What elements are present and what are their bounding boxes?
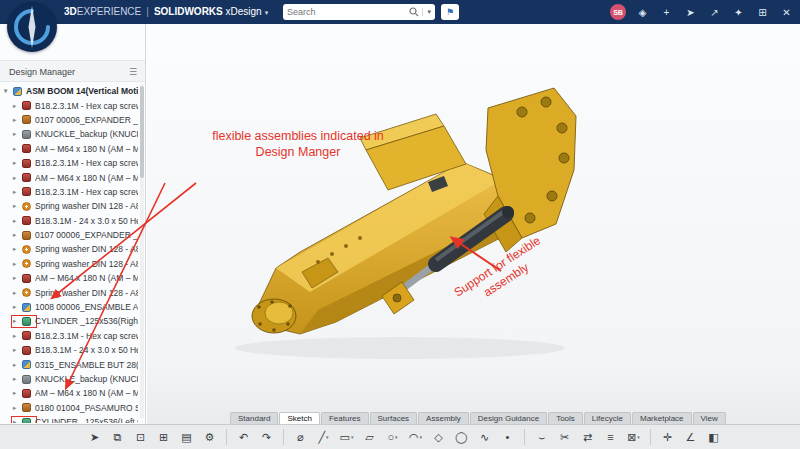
dropdown-caret-icon[interactable]: ▾ — [326, 434, 329, 440]
tree-item-label[interactable]: B18.3.1M - 24 x 3.0 x 50 Hex SH... — [35, 345, 138, 355]
user-avatar[interactable]: SB — [610, 4, 626, 20]
tree-item-label[interactable]: 0107 00006_EXPANDER _80x14... — [35, 115, 138, 125]
tree-item-label[interactable]: 1008 00006_ENSAMBLE ABRAZ... — [35, 302, 138, 312]
tree-item-label[interactable]: AM – M64 x 180 N (AM – M64 x... — [35, 273, 138, 283]
tree-item-label[interactable]: CYLINDER _125x536(Left side)(... — [35, 417, 138, 423]
3dexperience-logo[interactable] — [7, 2, 57, 52]
tree-item-label[interactable]: B18.2.3.1M - Hex cap screw, M8... — [35, 331, 138, 341]
tree-item-label[interactable]: Spring washer DIN 128 - A8 (Spri... — [35, 288, 138, 298]
tree-item[interactable]: ▸1008 00006_ENSAMBLE ABRAZ... — [3, 300, 138, 314]
tree-item[interactable]: ▸Spring washer DIN 128 - A8 (Spri... — [3, 242, 138, 256]
expand-icon[interactable]: ▸ — [13, 303, 22, 311]
tree-item-label[interactable]: AM – M64 x 180 N (AM – M64 x... — [35, 388, 138, 398]
tree-item[interactable]: ▸AM – M64 x 180 N (AM – M64 x... — [3, 271, 138, 285]
tree-item[interactable]: ▸B18.2.3.1M - Hex cap screw, M8... — [3, 156, 138, 170]
expand-icon[interactable]: ▸ — [13, 274, 22, 282]
construction-icon[interactable]: ✛ — [657, 428, 678, 447]
sparkle-icon[interactable]: ✦ — [731, 7, 746, 18]
arc-icon[interactable]: ◠▾ — [405, 428, 426, 447]
expand-icon[interactable]: ▸ — [13, 404, 22, 412]
dropdown-caret-icon[interactable]: ▾ — [395, 434, 398, 440]
tree-item[interactable]: ▸B18.2.3.1M - Hex cap screw, M8... — [3, 185, 138, 199]
fillet-icon[interactable]: ⌣ — [531, 428, 552, 447]
tree-item[interactable]: ▸B18.3.1M - 24 x 3.0 x 50 Hex SH... — [3, 214, 138, 228]
scrollbar-thumb[interactable] — [140, 86, 144, 178]
pattern-icon[interactable]: ⊠▾ — [623, 428, 644, 447]
expand-icon[interactable]: ▸ — [13, 317, 22, 325]
tree-item-label[interactable]: Spring washer DIN 128 - A8 (Spri... — [35, 244, 138, 254]
rectangle-icon[interactable]: ▭▾ — [336, 428, 357, 447]
tree-item-label[interactable]: 0107 00006_EXPANDER _80x1... — [35, 230, 138, 240]
expand-icon[interactable]: ▸ — [13, 260, 22, 268]
search-icon[interactable] — [409, 7, 419, 17]
grid-system-icon[interactable]: ⊞ — [153, 428, 174, 447]
line-icon[interactable]: ╱▾ — [313, 428, 334, 447]
trim-icon[interactable]: ✂ — [554, 428, 575, 447]
hamburger-menu-icon[interactable]: ☰ — [129, 61, 137, 83]
image-icon[interactable]: ▤ — [176, 428, 197, 447]
smart-dimension-icon[interactable]: ⌀ — [290, 428, 311, 447]
tree-item-label[interactable]: AM – M64 x 180 N (AM – M64 x... — [35, 173, 138, 183]
tree-item[interactable]: ▸KNUCKLE_backup (KNUCKLE_b... — [3, 372, 138, 386]
expand-icon[interactable]: ▸ — [13, 145, 22, 153]
spline-icon[interactable]: ∿ — [474, 428, 495, 447]
dropdown-caret-icon[interactable]: ▾ — [637, 434, 640, 440]
tree-item-label[interactable]: Spring washer DIN 128 - A8 (Spri... — [35, 201, 138, 211]
expand-icon[interactable]: ▸ — [13, 389, 22, 397]
tree-item-label[interactable]: AM – M64 x 180 N (AM – M64 x... — [35, 144, 138, 154]
tree-item[interactable]: ▸AM – M64 x 180 N (AM – M64 x... — [3, 386, 138, 400]
search-bar[interactable]: ▾ — [283, 4, 435, 20]
expand-icon[interactable]: ▸ — [13, 332, 22, 340]
tree-item-label[interactable]: CYLINDER _125x536(Right Side... — [35, 316, 138, 326]
close-icon[interactable]: ✕ — [779, 7, 794, 18]
ellipse-icon[interactable]: ◯ — [451, 428, 472, 447]
expand-icon[interactable]: ▸ — [13, 188, 22, 196]
expand-icon[interactable]: ▸ — [13, 102, 22, 110]
polygon-icon[interactable]: ◇ — [428, 428, 449, 447]
expand-icon[interactable]: ▸ — [13, 231, 22, 239]
add-icon[interactable]: + — [659, 7, 674, 18]
bookmark-icon[interactable]: ⚑ — [441, 4, 459, 20]
save-icon[interactable]: ⊡ — [130, 428, 151, 447]
tree-item-label[interactable]: 0315_ENSAMBLE BUT 28(Fixed)... — [35, 360, 138, 370]
tree-item[interactable]: ▸CYLINDER _125x536(Left side)(... — [3, 415, 138, 423]
tree-item[interactable]: ▸CYLINDER _125x536(Right Side... — [3, 314, 138, 328]
tree-scrollbar[interactable] — [140, 84, 144, 419]
copy-icon[interactable]: ⧉ — [107, 428, 128, 447]
forward-icon[interactable]: ➤ — [683, 7, 698, 18]
undo-icon[interactable]: ↶ — [233, 428, 254, 447]
redo-icon[interactable]: ↷ — [256, 428, 277, 447]
app-xdesign[interactable]: xDesign — [226, 6, 262, 17]
tree-item-label[interactable]: B18.3.1M - 24 x 3.0 x 50 Hex SH... — [35, 216, 138, 226]
tree-item-label[interactable]: B18.2.3.1M - Hex cap screw, M8 ... — [35, 101, 138, 111]
tree-item-label[interactable]: Spring washer DIN 128 - A8 (Spri... — [35, 259, 138, 269]
expand-icon[interactable]: ▸ — [13, 116, 22, 124]
search-input[interactable] — [287, 7, 406, 17]
apps-icon[interactable]: ⊞ — [755, 7, 770, 18]
settings-gear-icon[interactable]: ⚙ — [199, 428, 220, 447]
tree-item-label[interactable]: ASM BOOM 14(Vertical Motion Only) — [26, 86, 138, 96]
compass-icon[interactable]: ◈ — [635, 7, 650, 18]
search-options-caret-icon[interactable]: ▾ — [422, 8, 431, 16]
tree-item[interactable]: ▸AM – M64 x 180 N (AM – M64 x... — [3, 142, 138, 156]
expand-icon[interactable]: ▸ — [13, 418, 22, 423]
measure-icon[interactable]: ∠ — [680, 428, 701, 447]
tree-item-label[interactable]: KNUCKLE_backup (KNUCKLE_b... — [35, 129, 138, 139]
tree-item[interactable]: ▸KNUCKLE_backup (KNUCKLE_b... — [3, 127, 138, 141]
tree-item[interactable]: ▸B18.2.3.1M - Hex cap screw, M8 ... — [3, 98, 138, 112]
tree-item[interactable]: ▸Spring washer DIN 128 - A8 (Spri... — [3, 257, 138, 271]
tree-item[interactable]: ▸B18.3.1M - 24 x 3.0 x 50 Hex SH... — [3, 343, 138, 357]
tree-item-label[interactable]: KNUCKLE_backup (KNUCKLE_b... — [35, 374, 138, 384]
tree-item[interactable]: ▸0315_ENSAMBLE BUT 28(Fixed)... — [3, 357, 138, 371]
expand-icon[interactable]: ▸ — [13, 375, 22, 383]
expand-icon[interactable]: ▸ — [13, 245, 22, 253]
dropdown-caret-icon[interactable]: ▾ — [351, 434, 354, 440]
expand-icon[interactable]: ▸ — [13, 289, 22, 297]
boom-assembly-model[interactable] — [147, 24, 800, 424]
boom-end-boss[interactable] — [252, 299, 296, 333]
tree-item[interactable]: ▸0107 00006_EXPANDER _80x1... — [3, 228, 138, 242]
expand-icon[interactable]: ▸ — [13, 174, 22, 182]
tree-item[interactable]: ▸Spring washer DIN 128 - A8 (Spri... — [3, 285, 138, 299]
slot-icon[interactable]: ▱ — [359, 428, 380, 447]
circle-icon[interactable]: ○▾ — [382, 428, 403, 447]
